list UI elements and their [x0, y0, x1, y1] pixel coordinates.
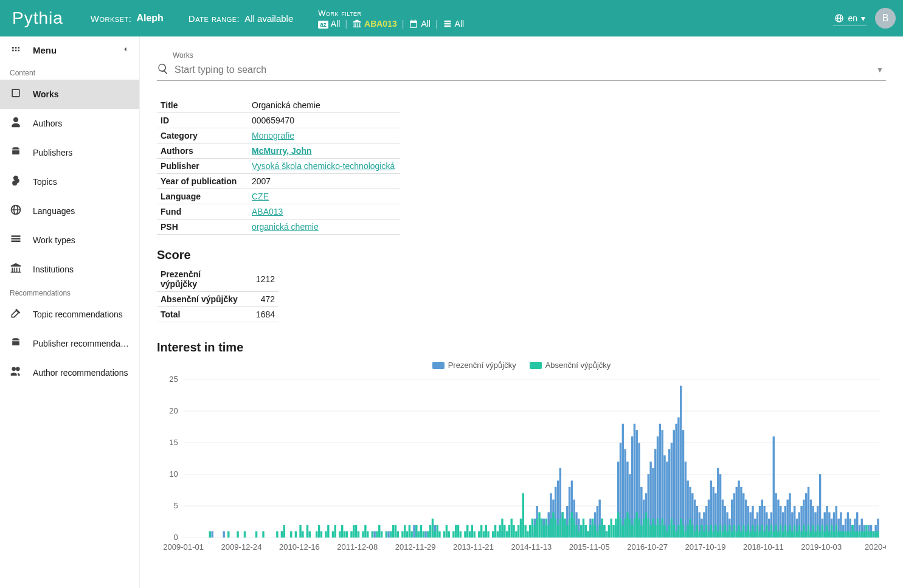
avatar[interactable]: B: [875, 8, 896, 29]
score-value: 1684: [242, 307, 279, 322]
svg-rect-20: [276, 531, 278, 538]
svg-rect-218: [654, 525, 656, 538]
svg-rect-326: [780, 525, 781, 538]
sidebar-item-topics[interactable]: Topics: [0, 167, 139, 196]
legend-label-1: Prezenční výpůjčky: [448, 361, 516, 370]
detail-row: TitleOrganická chemie: [157, 98, 400, 113]
svg-rect-344: [800, 531, 802, 538]
svg-rect-87: [466, 525, 468, 538]
app-logo[interactable]: Pythia: [12, 9, 78, 28]
sidebar-item-label: Works: [33, 89, 59, 99]
svg-rect-180: [608, 525, 610, 538]
detail-row: AuthorsMcMurry, John: [157, 144, 400, 159]
daterange-selector[interactable]: Date range: All available: [176, 13, 305, 24]
svg-rect-147: [569, 519, 570, 538]
svg-rect-135: [555, 519, 556, 538]
svg-text:2016-10-27: 2016-10-27: [627, 543, 668, 551]
svg-rect-362: [822, 525, 823, 538]
svg-rect-197: [631, 437, 633, 538]
search-input[interactable]: [172, 60, 874, 80]
sidebar-item-authors[interactable]: Authors: [0, 109, 139, 138]
svg-rect-139: [559, 519, 561, 538]
institution-icon: [352, 19, 362, 29]
legend-swatch-2: [530, 362, 542, 369]
svg-rect-143: [564, 519, 566, 538]
detail-value[interactable]: CZE: [248, 189, 400, 204]
svg-rect-347: [805, 493, 807, 538]
svg-rect-378: [840, 531, 842, 538]
svg-rect-57: [392, 525, 394, 538]
svg-rect-222: [659, 525, 661, 538]
svg-rect-157: [580, 525, 582, 538]
workfilter-item-1[interactable]: ABA013: [352, 19, 397, 29]
sidebar-item-works[interactable]: Works: [0, 80, 139, 109]
sidebar-item-worktypes[interactable]: Work types: [0, 226, 139, 255]
sidebar-item-institutions[interactable]: Institutions: [0, 255, 139, 284]
collapse-sidebar-icon[interactable]: [121, 45, 130, 55]
svg-rect-208: [643, 519, 645, 538]
svg-rect-359: [819, 474, 821, 538]
sidebar-item-publisher-rec[interactable]: Publisher recommendatio…: [0, 329, 139, 358]
svg-rect-14: [223, 531, 224, 538]
svg-rect-408: [874, 531, 876, 538]
svg-text:2015-11-05: 2015-11-05: [569, 543, 610, 551]
svg-rect-319: [773, 437, 775, 538]
sidebar-title: Menu: [33, 45, 110, 55]
svg-text:5: 5: [174, 502, 178, 510]
svg-rect-114: [529, 525, 531, 538]
svg-rect-44: [355, 525, 357, 538]
score-row: Prezenční výpůjčky1212: [157, 267, 279, 292]
workfilter-item-2[interactable]: All: [409, 19, 431, 29]
detail-value[interactable]: Monografie: [248, 128, 400, 144]
svg-rect-62: [406, 531, 408, 538]
svg-rect-227: [666, 462, 668, 538]
svg-rect-76: [434, 531, 436, 538]
detail-value[interactable]: Vysoká škola chemicko-technologická: [248, 159, 400, 174]
svg-rect-352: [810, 531, 812, 538]
svg-rect-348: [805, 531, 807, 538]
score-table: Prezenční výpůjčky1212Absenční výpůjčky4…: [157, 267, 279, 322]
sidebar-item-label: Author recommendations: [33, 368, 128, 378]
sidebar-item-label: Institutions: [33, 265, 74, 274]
svg-rect-234: [673, 525, 675, 538]
detail-row: PublisherVysoká škola chemicko-technolog…: [157, 159, 400, 174]
daterange-label: Date range:: [189, 13, 240, 24]
svg-rect-48: [367, 531, 368, 538]
svg-rect-267: [712, 487, 714, 538]
svg-rect-338: [794, 525, 795, 538]
svg-rect-35: [327, 525, 329, 538]
workset-selector[interactable]: Workset: Aleph: [78, 13, 176, 24]
svg-rect-104: [506, 531, 508, 538]
svg-rect-131: [550, 519, 552, 538]
svg-rect-161: [585, 525, 587, 538]
svg-rect-274: [719, 525, 721, 538]
sidebar-item-languages[interactable]: Languages: [0, 196, 139, 226]
svg-text:20: 20: [169, 407, 178, 415]
detail-value[interactable]: ABA013: [248, 204, 400, 220]
grid-icon[interactable]: [10, 45, 22, 55]
detail-value[interactable]: McMurry, John: [248, 144, 400, 159]
sidebar-item-topic-rec[interactable]: Topic recommendations: [0, 300, 139, 329]
svg-rect-127: [545, 519, 547, 538]
workfilter-item-3[interactable]: All: [443, 19, 465, 29]
svg-rect-120: [536, 519, 538, 538]
sidebar-item-label: Topics: [33, 177, 57, 187]
language-selector[interactable]: en ▾: [833, 11, 867, 26]
svg-rect-204: [638, 519, 640, 538]
sidebar-item-publishers[interactable]: Publishers: [0, 138, 139, 167]
svg-rect-175: [601, 519, 603, 538]
svg-rect-237: [677, 417, 679, 538]
svg-rect-368: [828, 531, 830, 538]
detail-value[interactable]: organická chemie: [248, 220, 400, 235]
detail-row: Year of publication2007: [157, 174, 400, 189]
languages-icon: [10, 204, 22, 218]
svg-rect-372: [833, 531, 835, 538]
score-key: Prezenční výpůjčky: [157, 267, 242, 292]
sidebar-item-author-rec[interactable]: Author recommendations: [0, 358, 139, 387]
svg-text:2009-12-24: 2009-12-24: [221, 543, 262, 551]
workfilter-item-0[interactable]: All: [318, 19, 340, 29]
svg-rect-282: [728, 525, 730, 538]
svg-rect-25: [295, 531, 297, 538]
svg-rect-268: [712, 531, 714, 538]
search-dropdown-icon[interactable]: ▼: [874, 66, 886, 74]
